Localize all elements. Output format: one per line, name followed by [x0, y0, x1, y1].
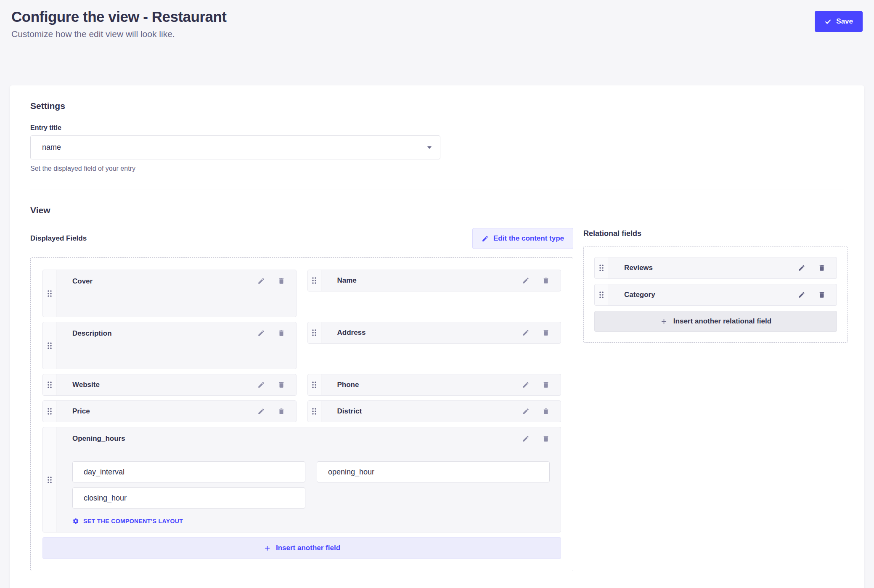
- component-card-opening-hours[interactable]: Opening_hours day_interval opening_hour …: [42, 427, 561, 532]
- insert-another-field-button[interactable]: Insert another field: [42, 537, 561, 559]
- page-title: Configure the view - Restaurant: [11, 8, 227, 25]
- insert-another-relational-field-button[interactable]: Insert another relational field: [594, 311, 837, 332]
- entry-title-label: Entry title: [30, 124, 844, 132]
- drag-dots-icon: [311, 381, 317, 389]
- field-label: Description: [72, 329, 112, 338]
- drag-handle[interactable]: [43, 427, 56, 532]
- edit-field-button[interactable]: [798, 291, 805, 299]
- delete-field-button[interactable]: [278, 381, 285, 389]
- set-component-layout-label: SET THE COMPONENT'S LAYOUT: [83, 518, 183, 524]
- field-card-price[interactable]: Price: [42, 400, 297, 422]
- entry-title-select[interactable]: name: [30, 135, 440, 159]
- field-card-cover[interactable]: Cover: [42, 270, 297, 317]
- trash-icon: [278, 408, 285, 415]
- trash-icon: [278, 381, 285, 389]
- page-header: Configure the view - Restaurant Customiz…: [0, 0, 874, 39]
- drag-dots-icon: [311, 407, 317, 416]
- trash-icon: [542, 381, 550, 389]
- caret-down-icon: [427, 146, 432, 149]
- edit-field-button[interactable]: [257, 329, 265, 337]
- view-section: View Displayed Fields Edit the content t…: [30, 205, 844, 571]
- drag-dots-icon: [599, 264, 604, 272]
- component-field-closing-hour[interactable]: closing_hour: [72, 487, 305, 509]
- delete-field-button[interactable]: [278, 408, 285, 415]
- edit-field-button[interactable]: [522, 435, 530, 442]
- field-row: Cover: [42, 270, 561, 317]
- drag-dots-icon: [47, 342, 53, 350]
- settings-heading: Settings: [30, 101, 844, 111]
- gear-icon: [72, 518, 79, 524]
- set-component-layout-button[interactable]: SET THE COMPONENT'S LAYOUT: [72, 518, 183, 524]
- drag-dots-icon: [311, 276, 317, 285]
- relational-field-label: Reviews: [624, 264, 653, 272]
- view-columns: Displayed Fields Edit the content type: [30, 228, 844, 571]
- save-button-label: Save: [836, 17, 853, 26]
- relational-card-reviews[interactable]: Reviews: [594, 257, 837, 279]
- field-card-phone[interactable]: Phone: [307, 374, 561, 396]
- settings-section: Settings Entry title name Set the displa…: [30, 101, 844, 172]
- plus-icon: [660, 318, 668, 326]
- drag-handle[interactable]: [595, 284, 608, 305]
- drag-dots-icon: [47, 381, 53, 389]
- displayed-fields-dropzone: Cover: [30, 257, 573, 571]
- component-field-day-interval[interactable]: day_interval: [72, 461, 305, 482]
- trash-icon: [542, 277, 550, 284]
- component-field-opening-hour[interactable]: opening_hour: [317, 461, 550, 482]
- edit-field-button[interactable]: [257, 408, 265, 415]
- pencil-icon: [257, 408, 265, 415]
- pencil-icon: [798, 291, 805, 299]
- drag-handle[interactable]: [43, 270, 56, 317]
- edit-field-button[interactable]: [798, 264, 805, 272]
- field-card-name[interactable]: Name: [307, 270, 561, 291]
- drag-dots-icon: [47, 407, 53, 416]
- delete-field-button[interactable]: [278, 329, 285, 337]
- relational-card-category[interactable]: Category: [594, 284, 837, 306]
- field-card-website[interactable]: Website: [42, 374, 297, 396]
- drag-handle[interactable]: [43, 374, 56, 395]
- field-card-description[interactable]: Description: [42, 322, 297, 369]
- displayed-fields-heading: Displayed Fields: [30, 234, 87, 243]
- drag-handle[interactable]: [308, 401, 321, 422]
- pencil-icon: [522, 408, 530, 415]
- displayed-fields-column: Displayed Fields Edit the content type: [30, 228, 573, 571]
- drag-handle[interactable]: [43, 401, 56, 422]
- edit-field-button[interactable]: [257, 277, 265, 285]
- field-card-address[interactable]: Address: [307, 322, 561, 344]
- component-label: Opening_hours: [72, 434, 125, 443]
- edit-field-button[interactable]: [257, 381, 265, 389]
- edit-field-button[interactable]: [522, 277, 530, 284]
- view-heading: View: [30, 205, 844, 215]
- section-divider: [30, 190, 844, 190]
- delete-field-button[interactable]: [818, 291, 826, 299]
- edit-field-button[interactable]: [522, 381, 530, 389]
- delete-field-button[interactable]: [542, 408, 550, 415]
- delete-field-button[interactable]: [818, 264, 826, 272]
- entry-title-helper: Set the displayed field of your entry: [30, 165, 844, 172]
- drag-dots-icon: [599, 291, 604, 299]
- drag-handle[interactable]: [595, 257, 608, 278]
- field-label: Name: [337, 276, 357, 285]
- check-icon: [824, 18, 832, 25]
- delete-field-button[interactable]: [278, 277, 285, 285]
- field-card-district[interactable]: District: [307, 400, 561, 422]
- insert-another-field-label: Insert another field: [276, 544, 340, 552]
- page-title-block: Configure the view - Restaurant Customiz…: [11, 8, 227, 39]
- edit-field-button[interactable]: [522, 408, 530, 415]
- drag-handle[interactable]: [308, 322, 321, 343]
- delete-field-button[interactable]: [542, 381, 550, 389]
- plus-icon: [263, 544, 271, 552]
- delete-field-button[interactable]: [542, 435, 550, 442]
- drag-handle[interactable]: [308, 270, 321, 291]
- field-label: Website: [72, 381, 100, 389]
- edit-field-button[interactable]: [522, 329, 530, 336]
- edit-content-type-button[interactable]: Edit the content type: [472, 228, 573, 249]
- delete-field-button[interactable]: [542, 277, 550, 284]
- pencil-icon: [257, 329, 265, 337]
- drag-handle[interactable]: [308, 374, 321, 395]
- drag-handle[interactable]: [43, 322, 56, 369]
- save-button[interactable]: Save: [815, 11, 863, 32]
- delete-field-button[interactable]: [542, 329, 550, 336]
- pencil-icon: [522, 277, 530, 284]
- entry-title-select-value: name: [42, 143, 61, 152]
- field-label: Phone: [337, 381, 359, 389]
